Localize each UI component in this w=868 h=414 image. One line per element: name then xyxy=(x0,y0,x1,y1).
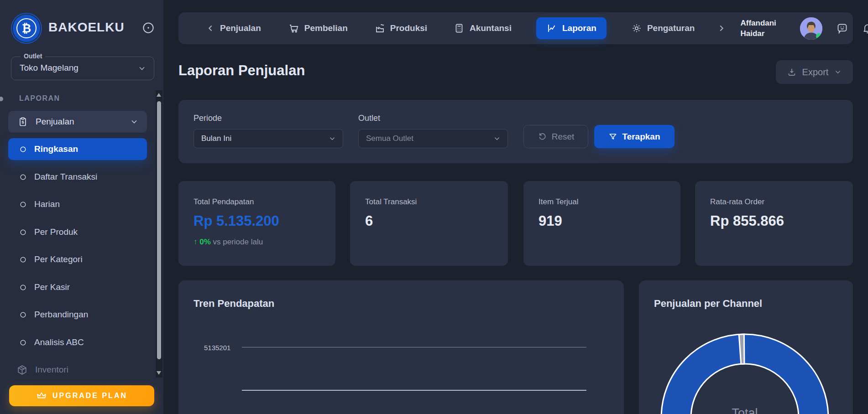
sidebar-item-harian[interactable]: Harian xyxy=(8,193,147,215)
calculator-icon xyxy=(454,23,465,34)
sidebar-scrollbar[interactable] xyxy=(156,90,162,378)
donut-chart: Total xyxy=(639,280,853,414)
nav-item-laporan-active[interactable]: Laporan xyxy=(536,17,607,39)
stat-label: Item Terjual xyxy=(539,197,579,207)
radio-circle-icon xyxy=(19,145,27,153)
chevron-down-icon xyxy=(137,64,146,73)
chevron-down-icon xyxy=(834,68,842,76)
donut-center-label: Total xyxy=(732,406,758,414)
periode-select[interactable]: Bulan Ini xyxy=(193,129,343,148)
nav-item-produksi[interactable]: Produksi xyxy=(374,23,427,34)
nav-scroll-right-icon[interactable] xyxy=(716,23,727,33)
filter-panel: Periode Bulan Ini Outlet Semua Outlet Re… xyxy=(178,100,853,163)
sidebar-item-label: Perbandingan xyxy=(34,310,88,320)
funnel-icon xyxy=(608,132,617,141)
stat-label: Total Pendapatan xyxy=(193,197,254,207)
sidebar-item-per-kasir[interactable]: Per Kasir xyxy=(8,276,147,298)
refresh-icon xyxy=(538,132,547,141)
page-title: Laporan Penjualan xyxy=(178,62,305,79)
radio-circle-icon xyxy=(19,228,27,236)
stat-delta: ↑ 0% vs periode lalu xyxy=(193,238,263,247)
gridline xyxy=(242,347,586,347)
avatar[interactable] xyxy=(800,17,822,40)
radio-circle-icon xyxy=(19,339,27,347)
nav-item-pembelian[interactable]: Pembelian xyxy=(288,23,348,34)
chevron-down-icon xyxy=(328,135,336,143)
outlet-select[interactable]: Semua Outlet xyxy=(358,129,508,148)
stat-value: 919 xyxy=(539,213,562,229)
brand-logo-icon: ₿ xyxy=(13,15,40,42)
sidebar-item-label: Analisis ABC xyxy=(34,337,84,347)
chat-icon[interactable] xyxy=(836,22,848,35)
crown-icon xyxy=(36,390,47,401)
user-name: Affandani Haidar xyxy=(740,18,776,39)
periode-label: Periode xyxy=(193,114,222,123)
sidebar-item-analisis-abc[interactable]: Analisis ABC xyxy=(8,331,147,353)
periode-select-value: Bulan Ini xyxy=(201,134,231,143)
stat-card-total-pendapatan: Total Pendapatan Rp 5.135.200 ↑ 0% vs pe… xyxy=(178,181,335,266)
chevron-down-icon xyxy=(130,117,139,126)
terapkan-label: Terapkan xyxy=(622,132,660,142)
stat-value: Rp 5.135.200 xyxy=(193,213,279,229)
outlet-selector-label: Outlet xyxy=(21,52,45,60)
reset-button[interactable]: Reset xyxy=(523,125,588,148)
stat-value: Rp 855.866 xyxy=(710,213,784,229)
sidebar-item-label: Inventori xyxy=(35,365,68,375)
sidebar-item-per-kategori[interactable]: Per Kategori xyxy=(8,248,147,270)
scroll-up-arrow-icon[interactable] xyxy=(157,93,161,97)
factory-icon xyxy=(374,23,385,34)
outlet-selector[interactable]: Outlet Toko Magelang xyxy=(11,57,154,80)
sidebar-item-perbandingan[interactable]: Perbandingan xyxy=(8,304,147,326)
nav-item-akuntansi[interactable]: Akuntansi xyxy=(454,23,512,34)
nav-item-pengaturan[interactable]: Pengaturan xyxy=(631,23,695,34)
sidebar-item-label: Ringkasan xyxy=(34,144,78,154)
svg-text:$: $ xyxy=(21,120,24,124)
sidebar-item-ringkasan[interactable]: Ringkasan xyxy=(8,138,147,160)
sidebar-item-daftar-transaksi[interactable]: Daftar Transaksi xyxy=(8,166,147,188)
sidebar-item-label: Per Kategori xyxy=(34,254,83,264)
stat-value: 6 xyxy=(365,213,373,229)
nav-scroll-left-icon[interactable] xyxy=(205,23,215,33)
chevron-down-icon xyxy=(493,135,501,143)
section-bullet xyxy=(0,97,3,101)
package-icon xyxy=(16,364,28,376)
scroll-down-arrow-icon[interactable] xyxy=(157,371,161,375)
nav-item-label: Akuntansi xyxy=(470,23,512,33)
bitcoin-glyph: ₿ xyxy=(22,22,31,35)
sidebar-collapse-icon[interactable] xyxy=(141,21,155,35)
sidebar-item-label: Daftar Transaksi xyxy=(34,172,97,182)
stat-card-total-transaksi: Total Transaksi 6 xyxy=(350,181,508,266)
sidebar-item-label: Harian xyxy=(34,199,60,209)
clipboard-dollar-icon: $ xyxy=(17,116,28,127)
nav-item-label: Produksi xyxy=(390,23,427,33)
nav-item-label: Pengaturan xyxy=(647,23,695,33)
sidebar-item-inventori[interactable]: Inventori xyxy=(8,359,147,381)
app-root: ₿ BAKOELKU Outlet Toko Magelang LAPORAN … xyxy=(0,0,868,414)
stat-card-item-terjual: Item Terjual 919 xyxy=(523,181,680,266)
upgrade-plan-button[interactable]: UPGRADE PLAN xyxy=(9,385,154,406)
export-button[interactable]: Export xyxy=(776,60,853,84)
reset-label: Reset xyxy=(552,132,575,142)
sidebar-scrollbar-thumb[interactable] xyxy=(157,101,161,359)
terapkan-button[interactable]: Terapkan xyxy=(594,125,675,148)
sidebar: ₿ BAKOELKU Outlet Toko Magelang LAPORAN … xyxy=(0,0,163,414)
sidebar-item-label: Penjualan xyxy=(36,117,74,127)
sidebar-item-label: Per Produk xyxy=(34,227,78,237)
outlet-filter-label: Outlet xyxy=(358,114,380,123)
upgrade-plan-label: UPGRADE PLAN xyxy=(52,392,127,400)
up-arrow-icon: ↑ xyxy=(193,238,198,246)
tren-pendapatan-chart-card: Tren Pendapatan 5135201 xyxy=(178,280,624,414)
nav-item-label: Pembelian xyxy=(304,23,348,33)
stat-label: Total Transaksi xyxy=(365,197,417,207)
penjualan-per-channel-chart-card: Penjualan per Channel Total xyxy=(639,280,853,414)
x-axis-baseline xyxy=(242,390,586,391)
sidebar-item-label: Per Kasir xyxy=(34,282,70,292)
nav-item-penjualan[interactable]: Penjualan xyxy=(220,23,261,33)
stat-label: Rata-rata Order xyxy=(710,197,764,207)
sidebar-section-label: LAPORAN xyxy=(19,94,60,103)
sidebar-item-penjualan[interactable]: $ Penjualan xyxy=(8,111,147,133)
radio-circle-icon xyxy=(19,201,27,208)
notifications-bell-icon[interactable] xyxy=(862,22,868,34)
sidebar-item-per-produk[interactable]: Per Produk xyxy=(8,221,147,243)
nav-item-label: Laporan xyxy=(562,23,596,33)
